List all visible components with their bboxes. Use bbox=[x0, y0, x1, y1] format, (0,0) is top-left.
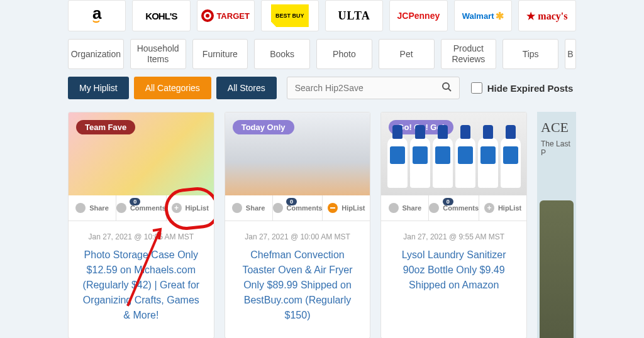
search-box[interactable] bbox=[287, 77, 460, 99]
hide-expired-wrap[interactable]: Hide Expired Posts bbox=[471, 82, 574, 94]
post-image[interactable]: Team Fave bbox=[69, 112, 214, 195]
kohls-logo: KOHL'S bbox=[145, 11, 177, 21]
comment-count-badge: 0 bbox=[286, 198, 297, 205]
post-title[interactable]: Lysol Laundry Sanitizer 90oz Bottle Only… bbox=[391, 248, 516, 293]
hiplist-button[interactable]: HipList bbox=[167, 195, 214, 221]
search-input[interactable] bbox=[295, 83, 441, 93]
post-actions: Share 0Comments HipList bbox=[69, 195, 214, 221]
category-furniture[interactable]: Furniture bbox=[192, 39, 248, 69]
badge-today-only: Today Only bbox=[233, 120, 294, 134]
svg-line-1 bbox=[448, 89, 451, 91]
post-body: Jan 27, 2021 @ 9:55 AM MST Lysol Laundry… bbox=[381, 221, 526, 308]
post-body: Jan 27, 2021 @ 10:05 AM MST Photo Storag… bbox=[69, 221, 214, 338]
comments-button[interactable]: 0Comments bbox=[116, 195, 167, 221]
all-stores-button[interactable]: All Stores bbox=[216, 77, 277, 99]
category-row: Organization Household Items Furniture B… bbox=[68, 39, 576, 69]
share-icon bbox=[232, 203, 242, 213]
comment-count-badge: 0 bbox=[130, 198, 140, 205]
ad-image bbox=[540, 200, 574, 338]
comment-icon bbox=[116, 203, 126, 213]
minus-icon bbox=[328, 203, 338, 213]
comments-button[interactable]: 0Comments bbox=[429, 195, 479, 221]
comment-icon bbox=[429, 203, 439, 213]
hide-expired-checkbox[interactable] bbox=[471, 82, 482, 94]
my-hiplist-button[interactable]: My Hiplist bbox=[68, 77, 129, 99]
category-tips[interactable]: Tips bbox=[502, 39, 558, 69]
category-pet[interactable]: Pet bbox=[379, 39, 435, 69]
category-photo[interactable]: Photo bbox=[316, 39, 372, 69]
comment-count-badge: 0 bbox=[443, 198, 453, 205]
share-button[interactable]: Share bbox=[69, 195, 116, 221]
post-body: Jan 27, 2021 @ 10:00 AM MST Chefman Conv… bbox=[225, 221, 370, 338]
hiplist-button[interactable]: HipList bbox=[479, 195, 526, 221]
posts-row: Team Fave Share 0Comments HipList Jan 27… bbox=[68, 112, 576, 338]
store-amazon[interactable]: a bbox=[68, 0, 126, 31]
category-household-items[interactable]: Household Items bbox=[130, 39, 186, 69]
share-button[interactable]: Share bbox=[225, 195, 273, 221]
post-image[interactable]: Today Only bbox=[225, 112, 370, 195]
all-categories-button[interactable]: All Categories bbox=[134, 77, 211, 99]
post-actions: Share 0Comments HipList bbox=[381, 195, 526, 221]
store-bestbuy[interactable]: BEST BUY bbox=[261, 0, 319, 31]
store-kohls[interactable]: KOHL'S bbox=[132, 0, 190, 31]
store-jcpenney[interactable]: JCPenney bbox=[389, 0, 447, 31]
store-ulta[interactable]: ULTA bbox=[325, 0, 383, 31]
search-icon[interactable] bbox=[441, 82, 452, 94]
ad-heading: ACE bbox=[541, 119, 572, 136]
post-title[interactable]: Photo Storage Case Only $12.59 on Michae… bbox=[79, 248, 204, 323]
post-date: Jan 27, 2021 @ 10:00 AM MST bbox=[235, 232, 360, 241]
post-card: Team Fave Share 0Comments HipList Jan 27… bbox=[68, 112, 214, 338]
hide-expired-label: Hide Expired Posts bbox=[487, 83, 574, 94]
jcpenney-logo: JCPenney bbox=[397, 11, 440, 21]
amazon-logo: a bbox=[92, 4, 101, 28]
category-product-reviews[interactable]: Product Reviews bbox=[441, 39, 497, 69]
category-books[interactable]: Books bbox=[254, 39, 310, 69]
target-logo: TARGET bbox=[201, 9, 249, 22]
hiplist-button[interactable]: HipList bbox=[323, 195, 370, 221]
post-date: Jan 27, 2021 @ 10:05 AM MST bbox=[79, 232, 204, 241]
comment-icon bbox=[273, 203, 283, 213]
comments-button[interactable]: 0Comments bbox=[273, 195, 323, 221]
post-title[interactable]: Chefman Convection Toaster Oven & Air Fr… bbox=[235, 248, 360, 323]
plus-icon bbox=[484, 203, 494, 213]
filter-row: My Hiplist All Categories All Stores Hid… bbox=[68, 77, 576, 99]
category-organization[interactable]: Organization bbox=[68, 39, 124, 69]
bestbuy-logo: BEST BUY bbox=[271, 4, 309, 27]
badge-team-fave: Team Fave bbox=[76, 120, 135, 134]
macys-logo: macy's bbox=[526, 10, 567, 22]
share-button[interactable]: Share bbox=[381, 195, 429, 221]
store-target[interactable]: TARGET bbox=[197, 0, 255, 31]
plus-icon bbox=[172, 203, 182, 213]
ad-subtext: The Last P bbox=[541, 139, 572, 157]
sidebar-ad[interactable]: ACE The Last P bbox=[537, 112, 576, 338]
share-icon bbox=[75, 203, 86, 213]
post-card: Go! Go! Go! Share 0Comments HipList Jan … bbox=[380, 112, 527, 338]
post-image[interactable]: Go! Go! Go! bbox=[381, 112, 526, 195]
post-date: Jan 27, 2021 @ 9:55 AM MST bbox=[391, 232, 516, 241]
svg-point-0 bbox=[443, 83, 449, 89]
share-icon bbox=[389, 203, 399, 213]
post-card: Today Only Share 0Comments HipList Jan 2… bbox=[225, 112, 371, 338]
category-more[interactable]: B bbox=[565, 39, 576, 69]
store-macys[interactable]: macy's bbox=[518, 0, 576, 31]
store-walmart[interactable]: Walmart✱ bbox=[454, 0, 512, 31]
ulta-logo: ULTA bbox=[338, 9, 370, 23]
store-logo-row: a KOHL'S TARGET BEST BUY ULTA JCPenney W… bbox=[68, 0, 576, 31]
post-actions: Share 0Comments HipList bbox=[225, 195, 370, 221]
walmart-logo: Walmart✱ bbox=[462, 10, 504, 22]
